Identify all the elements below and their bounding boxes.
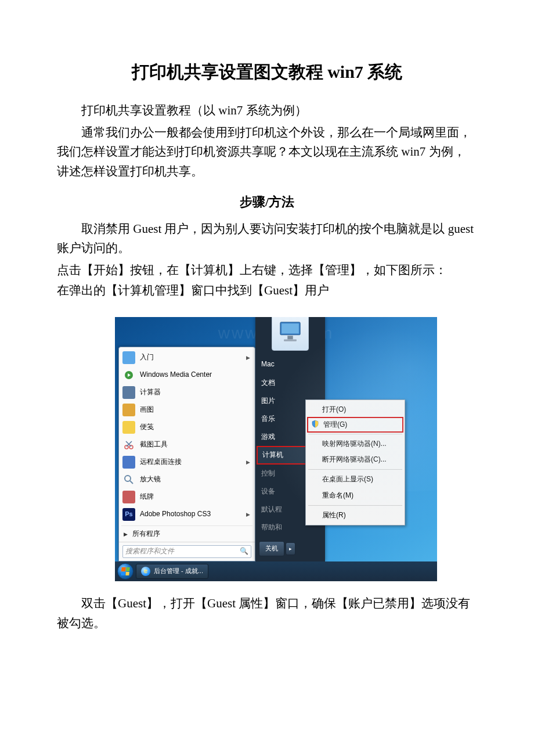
- start-menu-left: 入门▶Windows Media Center计算器画图便笺截图工具远程桌面连接…: [118, 347, 255, 561]
- start-menu-item[interactable]: 纸牌: [119, 488, 255, 506]
- svg-point-5: [125, 476, 131, 481]
- step-text-4: 双击【Guest】，打开【Guest 属性】窗口，确保【账户已禁用】选项没有被勾…: [57, 594, 477, 633]
- ctx-separator: [308, 469, 402, 470]
- shield-icon: [311, 420, 319, 428]
- ctx-rename[interactable]: 重命名(M): [307, 488, 403, 503]
- paint-icon: [122, 404, 135, 416]
- start-menu-item-label: 计算器: [140, 387, 250, 398]
- solitaire-icon: [122, 491, 135, 503]
- search-input[interactable]: 搜索程序和文件 🔍: [122, 545, 251, 558]
- sticky-notes-icon: [122, 421, 135, 434]
- page-title: 打印机共享设置图文教程 win7 系统: [57, 58, 477, 86]
- start-menu-item-label: 截图工具: [140, 439, 250, 450]
- ctx-separator: [308, 505, 402, 506]
- all-programs-label: 所有程序: [132, 528, 160, 539]
- ctx-disconnect-drive[interactable]: 断开网络驱动器(C)...: [307, 452, 403, 467]
- start-menu-item[interactable]: Windows Media Center: [119, 366, 255, 384]
- start-menu-item[interactable]: 计算器: [119, 384, 255, 401]
- start-button[interactable]: [117, 563, 134, 579]
- start-menu-item-label: 纸牌: [140, 491, 250, 502]
- svg-rect-10: [284, 340, 297, 341]
- taskbar-item-ie[interactable]: e 后台管理 - 成就...: [136, 564, 208, 579]
- shutdown-row: 关机 ▸: [255, 539, 325, 560]
- step-text-2: 点击【开始】按钮，在【计算机】上右键，选择【管理】，如下图所示：: [57, 261, 477, 280]
- shutdown-button[interactable]: 关机: [259, 541, 284, 556]
- snipping-icon: [122, 438, 135, 451]
- start-menu-item[interactable]: 便笺: [119, 419, 255, 436]
- shutdown-options-button[interactable]: ▸: [286, 542, 295, 555]
- start-right-item[interactable]: 设备: [255, 483, 325, 501]
- start-menu-item-label: Adobe Photoshop CS3: [140, 509, 241, 520]
- start-right-item[interactable]: 游戏: [255, 428, 325, 446]
- start-right-computer[interactable]: 计算机: [257, 446, 324, 464]
- windows-desktop: www.bo .com 入门▶Windows Media Center计算器画图…: [115, 317, 437, 581]
- start-menu-item[interactable]: 放大镜: [119, 471, 255, 488]
- start-right-item[interactable]: 音乐: [255, 410, 325, 428]
- start-menu-item[interactable]: PsAdobe Photoshop CS3▶: [119, 506, 255, 523]
- taskbar: e 后台管理 - 成就...: [115, 561, 437, 581]
- start-menu-right: Mac文档图片音乐游戏 计算机 控制设备默认程帮助和 关机 ▸: [255, 317, 325, 561]
- start-menu-item-label: 入门: [140, 352, 241, 363]
- start-menu-item-label: 便笺: [140, 422, 250, 433]
- svg-line-6: [130, 481, 133, 484]
- svg-rect-8: [282, 324, 299, 334]
- start-right-item[interactable]: 默认程: [255, 501, 325, 519]
- ctx-properties[interactable]: 属性(R): [307, 507, 403, 523]
- menu-divider: [121, 525, 252, 526]
- calculator-icon: [122, 386, 135, 399]
- ps-icon: Ps: [122, 508, 135, 521]
- screenshot-figure: www.bo .com 入门▶Windows Media Center计算器画图…: [115, 317, 437, 581]
- user-avatar: [272, 317, 309, 351]
- start-menu-item[interactable]: 入门▶: [119, 349, 255, 366]
- ctx-open[interactable]: 打开(O): [307, 402, 403, 417]
- ctx-manage-label: 管理(G): [323, 420, 347, 429]
- ctx-map-drive[interactable]: 映射网络驱动器(N)...: [307, 436, 403, 452]
- start-right-item[interactable]: 控制: [255, 465, 325, 483]
- intro-line-1: 打印机共享设置教程（以 win7 系统为例）: [57, 101, 477, 121]
- ctx-separator: [308, 434, 402, 434]
- chevron-right-icon: ▶: [246, 510, 250, 519]
- chevron-right-icon: ▶: [246, 354, 250, 362]
- start-menu-item-label: Windows Media Center: [140, 369, 250, 380]
- rdp-icon: [122, 456, 135, 469]
- intro-paragraph: 通常我们办公一般都会使用到打印机这个外设，那么在一个局域网里面，我们怎样设置才能…: [57, 123, 477, 182]
- search-icon: 🔍: [240, 546, 248, 557]
- search-row: 搜索程序和文件 🔍: [119, 542, 255, 561]
- start-right-item[interactable]: Mac: [255, 355, 325, 373]
- context-menu: 打开(O) 管理(G) 映射网络驱动器(N)... 断开网络驱动器(C)... …: [305, 399, 405, 525]
- search-placeholder: 搜索程序和文件: [125, 546, 174, 557]
- wmc-icon: [122, 369, 135, 381]
- ctx-manage[interactable]: 管理(G): [307, 417, 403, 433]
- start-right-item[interactable]: 文档: [255, 374, 325, 392]
- step-text-1: 取消禁用 Guest 用户，因为别人要访问安装打印机的按个电脑就是以 guest…: [57, 219, 477, 258]
- windows-logo-icon: [121, 567, 129, 575]
- ie-icon: e: [141, 567, 150, 576]
- chevron-right-icon: ▶: [246, 458, 250, 466]
- start-menu-item[interactable]: 截图工具: [119, 436, 255, 453]
- all-programs-item[interactable]: ▶ 所有程序: [119, 527, 255, 542]
- start-menu-item[interactable]: 远程桌面连接▶: [119, 453, 255, 471]
- ctx-show-desktop[interactable]: 在桌面上显示(S): [307, 471, 403, 487]
- start-menu-item[interactable]: 画图: [119, 401, 255, 419]
- start-menu-item-label: 远程桌面连接: [140, 456, 241, 467]
- start-menu-item-label: 放大镜: [140, 474, 250, 485]
- magnifier-icon: [122, 473, 135, 486]
- steps-heading: 步骤/方法: [57, 192, 477, 212]
- svg-rect-9: [287, 336, 293, 340]
- start-right-item[interactable]: 图片: [255, 392, 325, 410]
- getting-started-icon: [122, 351, 135, 364]
- start-right-item[interactable]: 帮助和: [255, 519, 325, 537]
- monitor-icon: [276, 318, 305, 347]
- step-text-3: 在弹出的【计算机管理】窗口中找到【Guest】用户: [57, 281, 477, 301]
- start-menu-item-label: 画图: [140, 404, 250, 415]
- taskbar-item-label: 后台管理 - 成就...: [154, 566, 203, 577]
- chevron-right-icon: ▶: [124, 530, 128, 538]
